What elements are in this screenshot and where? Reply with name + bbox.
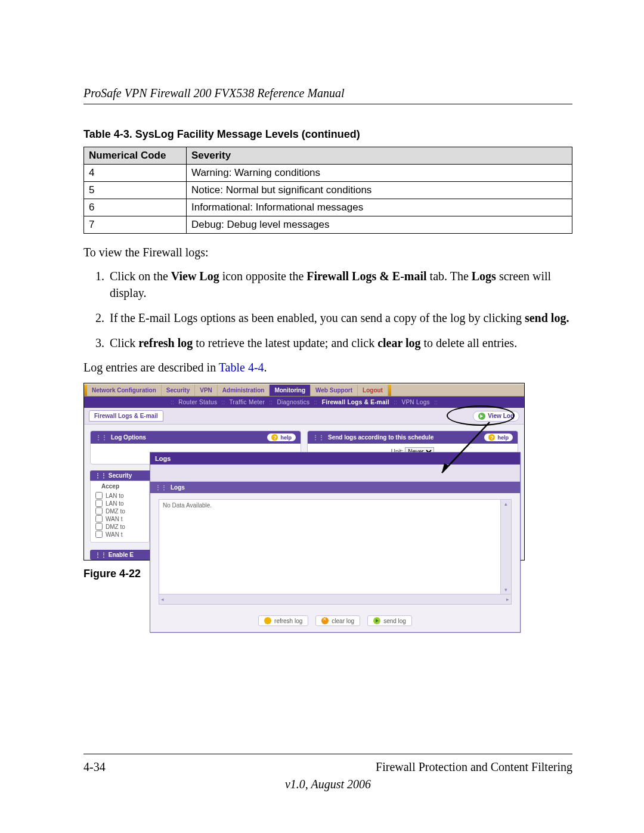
accept-packets-panel: Accep LAN to LAN to DMZ to WAN t DMZ to … — [90, 481, 150, 543]
nav-tab-vpn[interactable]: VPN — [195, 385, 218, 396]
chk-row[interactable]: DMZ to — [91, 523, 149, 530]
view-log-button[interactable]: View Log — [473, 411, 519, 422]
screenshot-figure: Network Configuration Security VPN Admin… — [83, 383, 525, 561]
cell-code: 5 — [84, 182, 187, 199]
scroll-up-icon[interactable]: ▴ — [501, 500, 511, 508]
chk-row[interactable]: LAN to — [91, 500, 149, 507]
logs-popup-title: Logs — [150, 453, 520, 465]
cell-severity: Informational: Informational messages — [187, 199, 572, 216]
sub-nav-vpn-logs[interactable]: VPN Logs — [401, 399, 429, 405]
accepts-header: Accep — [91, 481, 149, 491]
security-panel-header: ⋮⋮ Security — [90, 470, 153, 481]
popup-button-row: refresh log clear log send log — [150, 611, 520, 632]
cell-severity: Warning: Warning conditions — [187, 165, 572, 182]
nav-tab-monitoring[interactable]: Monitoring — [270, 385, 311, 396]
scroll-down-icon[interactable]: ▾ — [501, 586, 511, 594]
table-row: 4 Warning: Warning conditions — [84, 165, 572, 182]
cell-code: 7 — [84, 216, 187, 234]
clear-log-button[interactable]: clear log — [315, 615, 360, 626]
step-1: Click on the View Log icon opposite the … — [107, 268, 572, 301]
post-list-text: Log entries are described in Table 4-4. — [83, 360, 572, 376]
table-link[interactable]: Table 4-4 — [219, 361, 264, 374]
cell-code: 6 — [84, 199, 187, 216]
page-tab-row: Firewall Logs & E-mail View Log — [84, 408, 524, 425]
top-nav: Network Configuration Security VPN Admin… — [84, 383, 524, 397]
clear-icon — [321, 617, 329, 624]
page-number: 4-34 — [83, 760, 106, 774]
syslog-table: Numerical Code Severity 4 Warning: Warni… — [83, 147, 572, 234]
schedule-title: Send logs according to this schedule — [328, 434, 434, 441]
page-footer: 4-34 Firewall Protection and Content Fil… — [83, 754, 572, 791]
help-button-right[interactable]: ?help — [484, 433, 513, 441]
send-log-button[interactable]: send log — [367, 615, 412, 626]
sub-nav-diag[interactable]: Diagnostics — [277, 399, 309, 405]
th-severity: Severity — [187, 147, 572, 165]
log-options-title: Log Options — [111, 434, 146, 441]
view-log-icon — [478, 413, 485, 420]
tab-firewall-logs-email[interactable]: Firewall Logs & E-mail — [89, 410, 163, 422]
intro-text: To view the Firewall logs: — [83, 244, 572, 261]
horizontal-scrollbar[interactable]: ◂ ▸ — [159, 594, 512, 605]
enable-email-header: ⋮⋮ Enable E — [90, 550, 153, 560]
nav-tab-security[interactable]: Security — [162, 385, 195, 396]
send-icon — [373, 617, 380, 624]
scroll-right-icon[interactable]: ▸ — [506, 596, 509, 602]
logs-popup: Logs ⋮⋮ Logs No Data Available. ▴ ▾ — [150, 452, 521, 633]
doc-version: v1.0, August 2006 — [83, 778, 572, 791]
chk-row[interactable]: LAN to — [91, 492, 149, 499]
step-2: If the E-mail Logs options as been enabl… — [107, 309, 572, 326]
cell-code: 4 — [84, 165, 187, 182]
section-title: Firewall Protection and Content Filterin… — [376, 760, 572, 774]
sub-nav-firewall-logs[interactable]: Firewall Logs & E-mail — [322, 399, 389, 405]
table-row: 7 Debug: Debug level messages — [84, 216, 572, 234]
sub-nav-traffic[interactable]: Traffic Meter — [230, 399, 265, 405]
checkbox[interactable] — [95, 523, 103, 530]
vertical-scrollbar[interactable]: ▴ ▾ — [501, 499, 512, 594]
step-3: Click refresh log to retrieve the latest… — [107, 335, 572, 351]
nav-tab-support[interactable]: Web Support — [311, 385, 358, 396]
checkbox[interactable] — [95, 515, 103, 522]
refresh-log-button[interactable]: refresh log — [258, 615, 308, 626]
sub-nav: :: Router Status :: Traffic Meter :: Dia… — [84, 397, 524, 408]
scroll-left-icon[interactable]: ◂ — [161, 596, 164, 602]
steps-list: Click on the View Log icon opposite the … — [83, 268, 572, 351]
help-button-left[interactable]: ?help — [267, 433, 296, 441]
chk-row[interactable]: WAN t — [91, 515, 149, 522]
sub-nav-router[interactable]: Router Status — [178, 399, 217, 405]
checkbox[interactable] — [95, 507, 103, 515]
nav-edge-right — [388, 385, 391, 396]
nav-tab-network[interactable]: Network Configuration — [87, 385, 162, 396]
logs-textarea[interactable]: No Data Available. — [159, 499, 501, 594]
page-header: ProSafe VPN Firewall 200 FVX538 Referenc… — [83, 86, 572, 104]
checkbox[interactable] — [95, 492, 103, 499]
cell-severity: Notice: Normal but significant condition… — [187, 182, 572, 199]
table-row: 5 Notice: Normal but significant conditi… — [84, 182, 572, 199]
chk-row[interactable]: WAN t — [91, 531, 149, 538]
checkbox[interactable] — [95, 500, 103, 507]
chk-row[interactable]: DMZ to — [91, 507, 149, 515]
table-caption: Table 4-3. SysLog Facility Message Level… — [83, 128, 572, 141]
nav-tab-admin[interactable]: Administration — [218, 385, 270, 396]
view-log-label: View Log — [488, 413, 514, 419]
table-row: 6 Informational: Informational messages — [84, 199, 572, 216]
nav-tab-logout[interactable]: Logout — [358, 385, 388, 396]
cell-severity: Debug: Debug level messages — [187, 216, 572, 234]
checkbox[interactable] — [95, 531, 103, 538]
th-code: Numerical Code — [84, 147, 187, 165]
refresh-icon — [264, 617, 271, 624]
logs-panel-title: Logs — [171, 484, 185, 491]
